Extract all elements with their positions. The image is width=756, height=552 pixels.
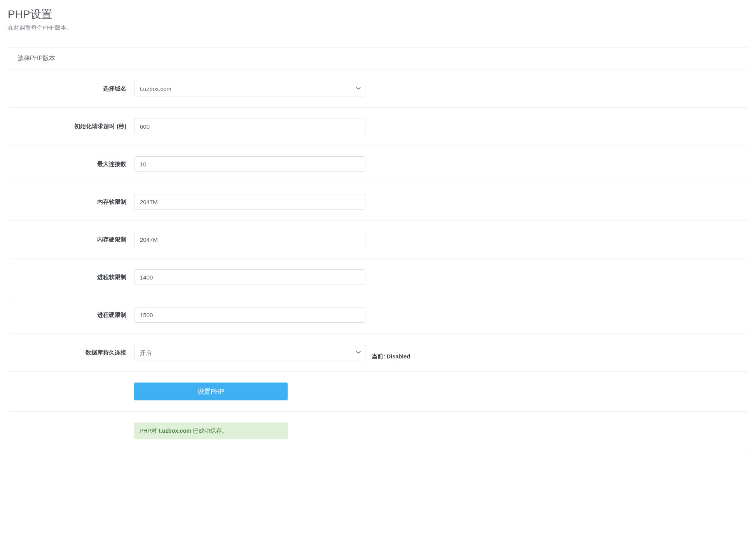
label-memory-hard: 内存硬限制	[17, 236, 134, 243]
select-domain[interactable]: t.uzbox.com	[134, 81, 365, 96]
select-persistent-connection[interactable]: 开启	[134, 345, 365, 360]
persistent-helper-text: 当前: Disabled	[372, 353, 410, 360]
row-process-hard: 进程硬限制	[8, 296, 748, 334]
alert-success: PHP对 t.uzbox.com 已成功保存。	[134, 423, 288, 439]
label-init-timeout: 初始化请求超时 (秒)	[17, 123, 134, 130]
row-memory-soft: 内存软限制	[8, 183, 748, 221]
label-select-domain: 选择域名	[17, 85, 134, 93]
label-max-connections: 最大连接数	[17, 161, 134, 168]
php-settings-panel: 选择PHP版本 选择域名 t.uzbox.com 初始化请求超时 (秒) 最大连…	[8, 47, 748, 455]
row-select-domain: 选择域名 t.uzbox.com	[8, 70, 748, 108]
row-persistent-connection: 数据库持久连接 开启 当前: Disabled	[8, 334, 748, 372]
row-max-connections: 最大连接数	[8, 145, 748, 183]
label-process-hard: 进程硬限制	[17, 311, 134, 319]
label-memory-soft: 内存软限制	[17, 198, 134, 206]
row-init-timeout: 初始化请求超时 (秒)	[8, 108, 748, 145]
input-process-hard[interactable]	[134, 307, 365, 323]
row-submit: 设置PHP	[8, 372, 748, 412]
row-memory-hard: 内存硬限制	[8, 221, 748, 259]
row-process-soft: 进程软限制	[8, 259, 748, 296]
alert-domain: t.uzbox.com	[159, 428, 192, 434]
panel-header: 选择PHP版本	[8, 47, 748, 70]
input-process-soft[interactable]	[134, 269, 365, 285]
row-alert: PHP对 t.uzbox.com 已成功保存。	[8, 412, 748, 455]
label-process-soft: 进程软限制	[17, 274, 134, 281]
page-subtitle: 在此调整每个PHP版本。	[8, 24, 748, 31]
input-memory-soft[interactable]	[134, 194, 365, 210]
alert-prefix: PHP对	[140, 428, 159, 434]
alert-suffix: 已成功保存。	[191, 428, 228, 434]
submit-button[interactable]: 设置PHP	[134, 383, 288, 400]
input-max-connections[interactable]	[134, 156, 365, 172]
input-memory-hard[interactable]	[134, 232, 365, 247]
label-persistent-connection: 数据库持久连接	[17, 349, 134, 356]
page-title: PHP设置	[8, 7, 748, 22]
input-init-timeout[interactable]	[134, 119, 365, 134]
